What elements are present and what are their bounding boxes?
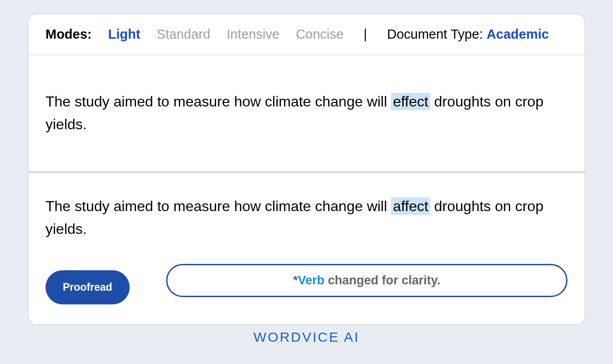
modes-label: Modes: bbox=[46, 27, 92, 42]
doctype-value[interactable]: Academic bbox=[486, 27, 549, 41]
original-prefix: The study aimed to measure how climate c… bbox=[46, 93, 391, 110]
explanation-rest: changed for clarity. bbox=[324, 273, 441, 287]
mode-intensive[interactable]: Intensive bbox=[227, 27, 279, 42]
original-text-panel: The study aimed to measure how climate c… bbox=[28, 55, 585, 173]
explanation-highlight: Verb bbox=[298, 273, 325, 287]
explanation-star: * bbox=[293, 273, 298, 287]
mode-standard[interactable]: Standard bbox=[157, 27, 210, 42]
doctype-group: Document Type: Academic bbox=[387, 27, 549, 42]
corrected-text-panel: The study aimed to measure how climate c… bbox=[28, 173, 585, 324]
footer-logo: WORDVICE AI bbox=[253, 329, 360, 345]
mode-concise[interactable]: Concise bbox=[296, 27, 344, 42]
bottom-controls: Proofread *Verb changed for clarity. bbox=[46, 264, 567, 311]
proofread-button[interactable]: Proofread bbox=[46, 270, 130, 304]
doctype-label: Document Type: bbox=[387, 27, 486, 41]
corrected-text: The study aimed to measure how climate c… bbox=[46, 195, 567, 240]
corrected-highlight: affect bbox=[391, 197, 430, 215]
original-highlight: effect bbox=[391, 93, 430, 110]
explanation-pill: *Verb changed for clarity. bbox=[166, 264, 567, 297]
proofread-card: Modes: Light Standard Intensive Concise … bbox=[28, 14, 585, 325]
card-header: Modes: Light Standard Intensive Concise … bbox=[28, 14, 585, 55]
mode-light[interactable]: Light bbox=[108, 27, 141, 42]
corrected-prefix: The study aimed to measure how climate c… bbox=[46, 198, 391, 214]
divider: | bbox=[364, 27, 367, 42]
original-text[interactable]: The study aimed to measure how climate c… bbox=[46, 91, 567, 136]
